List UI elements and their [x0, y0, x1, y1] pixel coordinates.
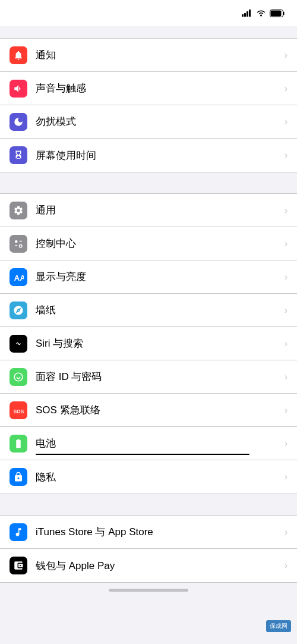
- siri-chevron: ›: [285, 338, 287, 349]
- watermark: 保成网: [266, 620, 291, 632]
- donotdisturb-icon: [10, 113, 27, 131]
- battery-icon: [10, 435, 27, 453]
- status-bar: [0, 0, 297, 26]
- settings-group-group2: 通用›控制中心›AA显示与亮度›墙纸›Siri 与搜索›面容 ID 与密码›SO…: [0, 193, 297, 494]
- controlcenter-label: 控制中心: [36, 237, 282, 250]
- wallpaper-icon: [10, 301, 27, 319]
- siri-label: Siri 与搜索: [36, 337, 282, 350]
- home-indicator: [0, 583, 297, 596]
- svg-rect-6: [271, 10, 282, 16]
- settings-item-privacy[interactable]: 隐私›: [0, 460, 297, 494]
- general-chevron: ›: [285, 205, 287, 216]
- privacy-icon: [10, 468, 27, 486]
- settings-item-itunes[interactable]: iTunes Store 与 App Store›: [0, 516, 297, 549]
- settings-item-wallpaper[interactable]: 墙纸›: [0, 294, 297, 327]
- screentime-icon: [10, 146, 27, 164]
- battery-chevron: ›: [285, 438, 287, 449]
- settings-group-group3: iTunes Store 与 App Store›钱包与 Apple Pay›: [0, 515, 297, 583]
- settings-item-controlcenter[interactable]: 控制中心›: [0, 227, 297, 260]
- controlcenter-chevron: ›: [285, 238, 287, 249]
- settings-group-group1: 通知›声音与触感›勿扰模式›屏幕使用时间›: [0, 38, 297, 172]
- svg-point-4: [260, 15, 262, 17]
- settings-item-wallet[interactable]: 钱包与 Apple Pay›: [0, 549, 297, 582]
- battery-icon: [270, 10, 285, 17]
- display-chevron: ›: [285, 272, 287, 282]
- settings-item-display[interactable]: AA显示与亮度›: [0, 260, 297, 294]
- sound-label: 声音与触感: [36, 81, 282, 95]
- wallet-chevron: ›: [285, 560, 287, 571]
- annotation-underline: [36, 454, 249, 455]
- wifi-icon: [256, 10, 266, 17]
- svg-rect-2: [247, 11, 248, 17]
- status-icons: [242, 10, 285, 17]
- home-bar: [109, 589, 188, 592]
- svg-rect-9: [20, 240, 23, 241]
- siri-icon: [10, 335, 27, 353]
- battery-label: 电池: [36, 436, 282, 450]
- sound-chevron: ›: [285, 83, 287, 94]
- svg-text:SOS: SOS: [14, 409, 24, 414]
- controlcenter-icon: [10, 235, 27, 253]
- svg-rect-1: [244, 13, 246, 17]
- sos-label: SOS 紧急联络: [36, 403, 282, 417]
- donotdisturb-chevron: ›: [285, 117, 287, 127]
- settings-item-sos[interactable]: SOSSOS 紧急联络›: [0, 394, 297, 427]
- signal-icon: [242, 10, 252, 17]
- general-label: 通用: [36, 203, 282, 217]
- privacy-label: 隐私: [36, 470, 282, 484]
- wallet-label: 钱包与 Apple Pay: [36, 559, 282, 573]
- svg-text:AA: AA: [14, 274, 24, 282]
- display-icon: AA: [10, 268, 27, 286]
- sos-chevron: ›: [285, 405, 287, 416]
- svg-rect-3: [249, 10, 251, 17]
- display-label: 显示与亮度: [36, 270, 282, 284]
- settings-container: 通知›声音与触感›勿扰模式›屏幕使用时间›通用›控制中心›AA显示与亮度›墙纸›…: [0, 38, 297, 583]
- notification-label: 通知: [36, 48, 282, 62]
- nav-bar: [0, 26, 297, 38]
- privacy-chevron: ›: [285, 472, 287, 482]
- svg-point-8: [20, 244, 23, 247]
- notification-icon: [10, 46, 27, 64]
- sound-icon: [10, 80, 27, 98]
- svg-rect-10: [15, 245, 18, 246]
- itunes-icon: [10, 523, 27, 541]
- settings-item-battery[interactable]: 电池›: [0, 427, 297, 460]
- settings-item-general[interactable]: 通用›: [0, 194, 297, 227]
- screentime-chevron: ›: [285, 150, 287, 161]
- sos-icon: SOS: [10, 401, 27, 419]
- svg-point-7: [15, 240, 18, 243]
- screentime-label: 屏幕使用时间: [36, 149, 282, 162]
- notification-chevron: ›: [285, 50, 287, 61]
- wallpaper-label: 墙纸: [36, 303, 282, 317]
- settings-item-notification[interactable]: 通知›: [0, 39, 297, 72]
- settings-item-screentime[interactable]: 屏幕使用时间›: [0, 139, 297, 172]
- wallpaper-chevron: ›: [285, 305, 287, 316]
- settings-item-siri[interactable]: Siri 与搜索›: [0, 327, 297, 360]
- faceid-label: 面容 ID 与密码: [36, 370, 282, 384]
- faceid-icon: [10, 368, 27, 386]
- general-icon: [10, 202, 27, 219]
- settings-item-faceid[interactable]: 面容 ID 与密码›: [0, 360, 297, 394]
- wallet-icon: [10, 557, 27, 574]
- faceid-chevron: ›: [285, 372, 287, 382]
- itunes-chevron: ›: [285, 527, 287, 538]
- svg-rect-0: [242, 14, 244, 17]
- itunes-label: iTunes Store 与 App Store: [36, 525, 282, 539]
- settings-item-sound[interactable]: 声音与触感›: [0, 72, 297, 105]
- donotdisturb-label: 勿扰模式: [36, 115, 282, 128]
- settings-item-donotdisturb[interactable]: 勿扰模式›: [0, 105, 297, 139]
